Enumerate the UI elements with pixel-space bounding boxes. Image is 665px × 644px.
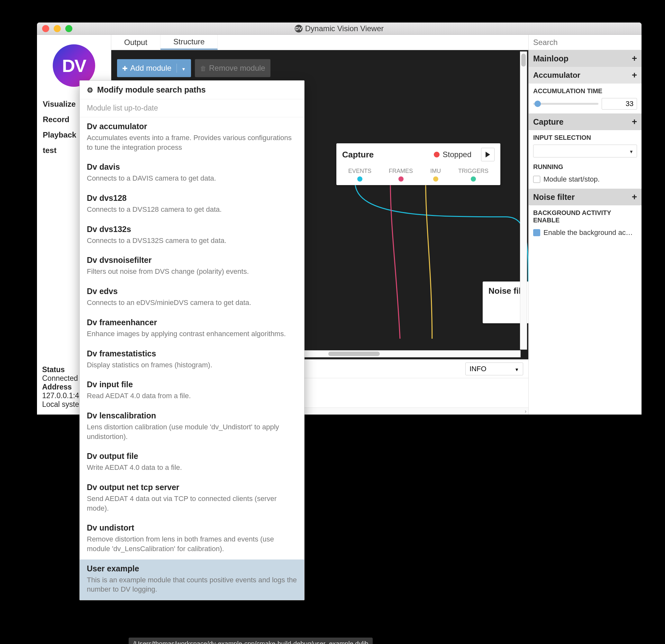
search-box[interactable]: [529, 35, 642, 50]
module-item[interactable]: Dv lenscalibrationLens distortion calibr…: [80, 407, 304, 447]
module-item[interactable]: Dv input fileRead AEDAT 4.0 data from a …: [80, 375, 304, 407]
status-value: Connected: [42, 374, 78, 383]
module-list-status: Module list up-to-date: [80, 99, 304, 117]
tooltip: /Users/thomas/workspace/dv-example-cpp/c…: [129, 638, 373, 644]
node-noise-filter-title: Noise fil: [489, 286, 521, 296]
window-title: DV Dynamic Vision Viewer: [295, 24, 384, 33]
node-capture-state: Stopped: [443, 150, 471, 159]
module-item-desc: Connects to a DVS132S camera to get data…: [87, 236, 297, 246]
add-module-button[interactable]: Add module: [117, 59, 191, 77]
module-item-desc: Connects to an eDVS/minieDVS camera to g…: [87, 298, 297, 308]
chevron-down-icon: [629, 147, 633, 155]
module-item[interactable]: Dv dvsnoisefilterFilters out noise from …: [80, 251, 304, 282]
gear-icon: [87, 85, 93, 95]
window-title-text: Dynamic Vision Viewer: [305, 24, 384, 33]
tab-output[interactable]: Output: [111, 35, 160, 50]
module-item[interactable]: Dv undistortRemove distortion from lens …: [80, 519, 304, 559]
expand-icon: +: [632, 117, 637, 127]
module-item-name: Dv output file: [87, 451, 297, 461]
minimize-icon[interactable]: [54, 25, 61, 32]
module-item[interactable]: Dv output fileWrite AEDAT 4.0 data to a …: [80, 447, 304, 478]
module-item-desc: Filters out noise from DVS change (polar…: [87, 267, 297, 276]
module-item-name: User example: [87, 564, 297, 573]
add-module-label: Add module: [130, 64, 171, 73]
log-level-select[interactable]: INFO: [465, 363, 523, 375]
tab-bar: Output Structure: [111, 35, 528, 50]
module-item-desc: Write AEDAT 4.0 data to a file.: [87, 463, 297, 472]
module-item-name: Dv lenscalibration: [87, 411, 297, 420]
module-item[interactable]: Dv davisConnects to a DAVIS camera to ge…: [80, 158, 304, 189]
module-item[interactable]: Dv dvs132sConnects to a DVS132S camera t…: [80, 220, 304, 251]
section-mainloop[interactable]: Mainloop+: [529, 50, 642, 67]
modify-search-paths-item[interactable]: Modify module search paths: [80, 81, 304, 99]
running-checkbox[interactable]: Module start/stop.: [533, 174, 637, 185]
port-dot-icon: [357, 176, 362, 181]
module-item[interactable]: Dv dvs128Connects to a DVS128 camera to …: [80, 189, 304, 220]
trash-icon: [200, 64, 206, 73]
section-accumulator[interactable]: Accumulator+: [529, 67, 642, 83]
module-item-desc: Send AEDAT 4 data out via TCP to connect…: [87, 494, 297, 513]
port-dot-icon: [471, 176, 476, 181]
tab-structure[interactable]: Structure: [160, 35, 218, 50]
stopped-dot-icon: [434, 152, 440, 157]
port-events[interactable]: EVENTS: [348, 168, 372, 181]
accumulation-time-slider[interactable]: [533, 103, 598, 105]
module-item-name: Dv edvs: [87, 287, 297, 296]
titlebar: DV Dynamic Vision Viewer: [37, 22, 642, 35]
module-item[interactable]: Dv output net tcp serverSend AEDAT 4 dat…: [80, 478, 304, 519]
section-capture[interactable]: Capture+: [529, 114, 642, 130]
port-dot-icon: [433, 176, 438, 181]
running-label: RUNNING: [533, 163, 637, 171]
port-dot-icon: [398, 176, 403, 181]
node-capture-title: Capture: [342, 150, 374, 160]
remove-module-button[interactable]: Remove module: [195, 59, 270, 77]
module-item-desc: Accumulates events into a frame. Provide…: [87, 133, 297, 152]
module-item[interactable]: Dv frameenhancerEnhance images by applyi…: [80, 313, 304, 345]
bg-activity-enable-label: BACKGROUND ACTIVITY ENABLE: [533, 209, 637, 224]
input-selection-select[interactable]: [533, 144, 637, 157]
input-selection-label: INPUT SELECTION: [533, 134, 637, 141]
module-item-name: Dv framestatistics: [87, 349, 297, 358]
module-item-desc: Remove distortion from lens in both fram…: [87, 534, 297, 553]
module-item-name: Dv input file: [87, 380, 297, 389]
module-item-desc: Read AEDAT 4.0 data from a file.: [87, 391, 297, 401]
plus-icon: [122, 64, 128, 73]
module-item-desc: Display statistics on frames (histogram)…: [87, 360, 297, 370]
module-item[interactable]: Dv edvsConnects to an eDVS/minieDVS came…: [80, 282, 304, 313]
play-button[interactable]: [481, 148, 495, 161]
search-input[interactable]: [533, 38, 637, 47]
expand-icon: +: [632, 70, 637, 80]
remove-module-label: Remove module: [209, 64, 265, 73]
module-item-desc: Connects to a DAVIS camera to get data.: [87, 174, 297, 183]
module-item-name: Dv accumulator: [87, 122, 297, 131]
node-capture[interactable]: Capture Stopped EVENTS FRAMES IMU TRIGGE…: [336, 143, 500, 185]
port-triggers[interactable]: TRIGGERS: [458, 168, 489, 181]
module-item-name: Dv output net tcp server: [87, 483, 297, 492]
port-imu[interactable]: IMU: [430, 168, 441, 181]
app-icon: DV: [295, 25, 303, 33]
module-item[interactable]: Dv framestatisticsDisplay statistics on …: [80, 345, 304, 376]
module-item-name: Dv frameenhancer: [87, 318, 297, 327]
app-window: DV Dynamic Vision Viewer DV Visualize Re…: [37, 22, 642, 414]
accumulation-time-input[interactable]: [602, 98, 637, 110]
window-controls: [37, 25, 72, 32]
module-item-name: Dv davis: [87, 162, 297, 172]
module-item-name: Dv undistort: [87, 523, 297, 532]
module-item[interactable]: Dv accumulatorAccumulates events into a …: [80, 117, 304, 158]
canvas-vertical-scrollbar[interactable]: [520, 52, 527, 350]
properties-panel: Mainloop+ Accumulator+ ACCUMULATION TIME…: [528, 35, 642, 414]
module-item-desc: This is an example module that counts po…: [87, 575, 297, 594]
bg-activity-enable-checkbox[interactable]: Enable the background ac…: [533, 227, 637, 238]
module-item-name: Dv dvs132s: [87, 225, 297, 234]
close-icon[interactable]: [42, 25, 49, 32]
module-item[interactable]: User exampleThis is an example module th…: [80, 560, 304, 600]
section-noise-filter[interactable]: Noise filter+: [529, 189, 642, 206]
port-frames[interactable]: FRAMES: [389, 168, 413, 181]
chevron-down-icon: [176, 64, 186, 73]
expand-icon: +: [632, 53, 637, 64]
module-item-desc: Connects to a DVS128 camera to get data.: [87, 205, 297, 214]
maximize-icon[interactable]: [65, 25, 72, 32]
module-item-desc: Lens distortion calibration (use module …: [87, 422, 297, 441]
expand-icon: +: [632, 192, 637, 202]
module-item-name: Dv dvsnoisefilter: [87, 255, 297, 265]
